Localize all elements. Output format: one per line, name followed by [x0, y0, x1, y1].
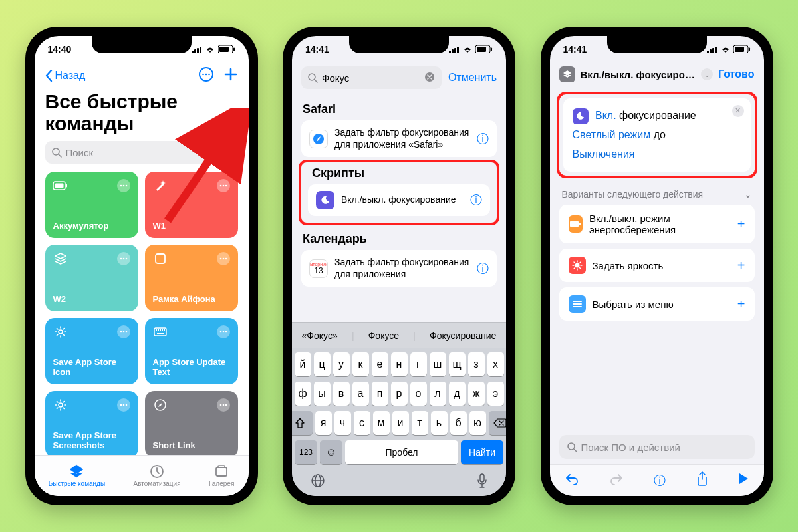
action-safari-filter[interactable]: Задать фильтр фокусирования для приложен… [301, 120, 497, 157]
key-у[interactable]: у [333, 352, 350, 376]
more-button[interactable] [198, 66, 214, 85]
suggestion[interactable]: «Фокус» [297, 331, 343, 341]
results-list[interactable]: Safari Задать фильтр фокусирования для п… [292, 96, 506, 322]
suggestion-brightness[interactable]: Задать яркость+ [559, 249, 755, 282]
info-icon[interactable]: ⓘ [477, 261, 489, 277]
key-ц[interactable]: ц [314, 352, 331, 376]
shortcut-title[interactable]: Вкл./выкл. фокусирован… [581, 69, 696, 80]
tab-gallery[interactable]: Галерея [209, 464, 234, 487]
tile-label: Save App Store Screenshots [53, 430, 130, 451]
info-button[interactable]: ⓘ [654, 473, 666, 489]
add-button[interactable] [223, 67, 238, 84]
battery-icon [569, 215, 583, 233]
key-н[interactable]: н [391, 352, 408, 376]
tile-accumulator[interactable]: Аккумулятор [45, 172, 138, 238]
token-off[interactable]: Выключения [573, 148, 635, 160]
chevron-down-icon[interactable]: ⌄ [701, 68, 713, 80]
tile-screenshots[interactable]: Save App Store Screenshots [45, 391, 138, 455]
suggestion[interactable]: Фокусе [363, 331, 404, 341]
key-в[interactable]: в [333, 382, 350, 406]
tile-more-icon[interactable] [217, 325, 230, 338]
key-123[interactable]: 123 [295, 440, 317, 464]
key-shift[interactable] [292, 411, 313, 435]
share-button[interactable] [696, 471, 708, 489]
undo-button[interactable] [565, 473, 579, 488]
key-ш[interactable]: ш [430, 352, 446, 376]
key-backspace[interactable] [489, 411, 507, 435]
key-find[interactable]: Найти [461, 440, 503, 464]
token-on[interactable]: Вкл. [595, 110, 616, 121]
key-о[interactable]: о [410, 382, 427, 406]
tile-more-icon[interactable] [217, 252, 230, 265]
key-т[interactable]: т [412, 411, 428, 435]
plus-icon[interactable]: + [737, 297, 745, 312]
key-ы[interactable]: ы [314, 382, 331, 406]
key-е[interactable]: е [372, 352, 388, 376]
search-input[interactable]: Фокус [301, 66, 442, 89]
tile-more-icon[interactable] [217, 398, 230, 412]
tile-w1[interactable]: W1 [145, 172, 238, 238]
clear-icon[interactable] [424, 72, 435, 84]
key-ю[interactable]: ю [469, 411, 486, 435]
globe-icon[interactable] [311, 473, 325, 491]
run-button[interactable] [738, 473, 749, 488]
done-button[interactable]: Готово [718, 68, 754, 80]
action-calendar-filter[interactable]: Вторник13 Задать фильтр фокусирования дл… [301, 250, 497, 287]
key-п[interactable]: п [372, 382, 388, 406]
key-р[interactable]: р [391, 382, 408, 406]
key-emoji[interactable]: ☺ [320, 440, 342, 464]
key-а[interactable]: а [352, 382, 369, 406]
key-space[interactable]: Пробел [345, 440, 458, 464]
tab-automation[interactable]: Автоматизация [134, 464, 181, 487]
key-ф[interactable]: ф [295, 382, 311, 406]
key-д[interactable]: д [449, 382, 466, 406]
tile-more-icon[interactable] [217, 179, 230, 192]
tile-short-link[interactable]: Short Link [145, 391, 238, 455]
keyboard-bottom [295, 469, 503, 491]
info-icon[interactable]: ⓘ [470, 192, 482, 208]
mic-icon[interactable] [477, 473, 487, 491]
key-э[interactable]: э [487, 382, 504, 406]
status-icons [707, 45, 751, 53]
next-actions-header[interactable]: Варианты следующего действия ⌄ [550, 186, 764, 205]
back-button[interactable]: Назад [45, 70, 86, 82]
action-search[interactable]: Поиск ПО и действий [559, 435, 755, 459]
key-ь[interactable]: ь [431, 411, 448, 435]
tile-more-icon[interactable] [117, 398, 130, 412]
key-ж[interactable]: ж [468, 382, 485, 406]
tile-update-text[interactable]: App Store Update Text [145, 318, 238, 384]
info-icon[interactable]: ⓘ [477, 131, 489, 147]
action-card[interactable]: Вкл. фокусирование Светлый режим до Выкл… [563, 98, 751, 172]
suggestion-menu[interactable]: Выбрать из меню+ [559, 287, 755, 321]
key-щ[interactable]: щ [449, 352, 466, 376]
tile-save-icon[interactable]: Save App Store Icon [45, 318, 138, 384]
key-с[interactable]: с [354, 411, 370, 435]
token-mode[interactable]: Светлый режим [573, 129, 651, 140]
tile-more-icon[interactable] [117, 325, 130, 338]
tile-more-icon[interactable] [117, 179, 130, 192]
search-field[interactable]: Поиск [45, 141, 238, 164]
shortcut-icon[interactable] [559, 66, 575, 82]
key-м[interactable]: м [373, 411, 390, 435]
tab-shortcuts[interactable]: Быстрые команды [49, 464, 105, 487]
key-к[interactable]: к [352, 352, 369, 376]
key-ч[interactable]: ч [334, 411, 351, 435]
key-г[interactable]: г [410, 352, 427, 376]
action-toggle-focus[interactable]: Вкл./выкл. фокусирование ⓘ [308, 184, 490, 216]
tile-frame[interactable]: Рамка Айфона [145, 245, 238, 311]
cancel-button[interactable]: Отменить [448, 72, 497, 84]
key-х[interactable]: х [487, 352, 504, 376]
key-й[interactable]: й [295, 352, 311, 376]
key-б[interactable]: б [450, 411, 467, 435]
key-л[interactable]: л [430, 382, 446, 406]
plus-icon[interactable]: + [737, 217, 745, 232]
key-я[interactable]: я [315, 411, 332, 435]
tile-more-icon[interactable] [117, 252, 130, 265]
suggestion-power[interactable]: Вкл./выкл. режим энергосбережения+ [559, 205, 755, 243]
suggestion[interactable]: Фокусирование [424, 331, 501, 341]
plus-icon[interactable]: + [737, 258, 745, 273]
tile-w2[interactable]: W2 [45, 245, 138, 311]
key-з[interactable]: з [468, 352, 485, 376]
remove-action-icon[interactable]: ✕ [732, 105, 744, 117]
key-и[interactable]: и [392, 411, 409, 435]
